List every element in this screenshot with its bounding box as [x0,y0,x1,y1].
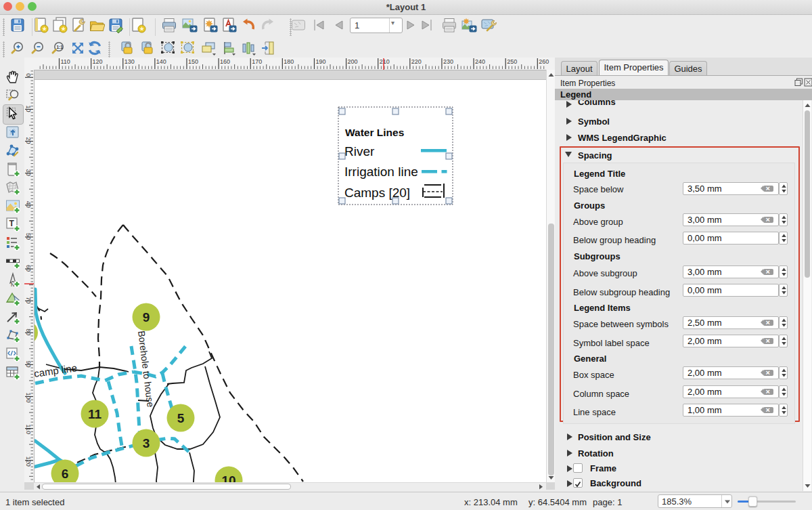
svg-text:9: 9 [143,310,150,324]
svg-text:Water Lines: Water Lines [345,127,404,138]
svg-text:50: 50 [25,233,32,240]
svg-text:130: 130 [125,58,135,65]
svg-text:60: 60 [25,265,32,272]
svg-text:River: River [344,144,375,158]
svg-text:150: 150 [188,58,198,65]
svg-text:11: 11 [88,407,102,421]
svg-text:230: 230 [443,58,453,65]
svg-text:160: 160 [220,58,230,65]
svg-text:20: 20 [25,137,32,144]
svg-text:210: 210 [380,58,390,65]
svg-text:Camps [20]: Camps [20] [344,186,410,200]
svg-text:190: 190 [315,58,325,65]
svg-text:10: 10 [221,473,235,482]
svg-text:70: 70 [25,297,32,303]
svg-text:170: 170 [252,58,262,65]
svg-text:40: 40 [25,201,32,208]
svg-text:T: T [9,219,15,228]
svg-text:5: 5 [177,411,185,425]
svg-text:120: 120 [25,456,32,467]
svg-text:110: 110 [61,58,70,65]
svg-text:110: 110 [25,425,32,434]
svg-text:3: 3 [143,436,150,450]
svg-text:120: 120 [93,58,103,65]
svg-text:0: 0 [25,73,32,77]
svg-text:10: 10 [25,105,32,112]
svg-text:Irrigation line: Irrigation line [344,165,418,179]
svg-text:80: 80 [25,328,32,335]
svg-text:30: 30 [25,169,32,176]
svg-text:140: 140 [156,58,166,65]
svg-text:220: 220 [411,58,422,65]
svg-text:240: 240 [475,58,485,65]
svg-text:6: 6 [62,467,69,481]
svg-text:250: 250 [507,58,517,65]
svg-text:1:1: 1:1 [57,45,64,49]
svg-text:100: 100 [25,393,32,403]
svg-text:90: 90 [25,360,32,367]
svg-text:180: 180 [284,58,294,65]
svg-text:200: 200 [348,58,358,65]
svg-text:260: 260 [539,58,549,65]
